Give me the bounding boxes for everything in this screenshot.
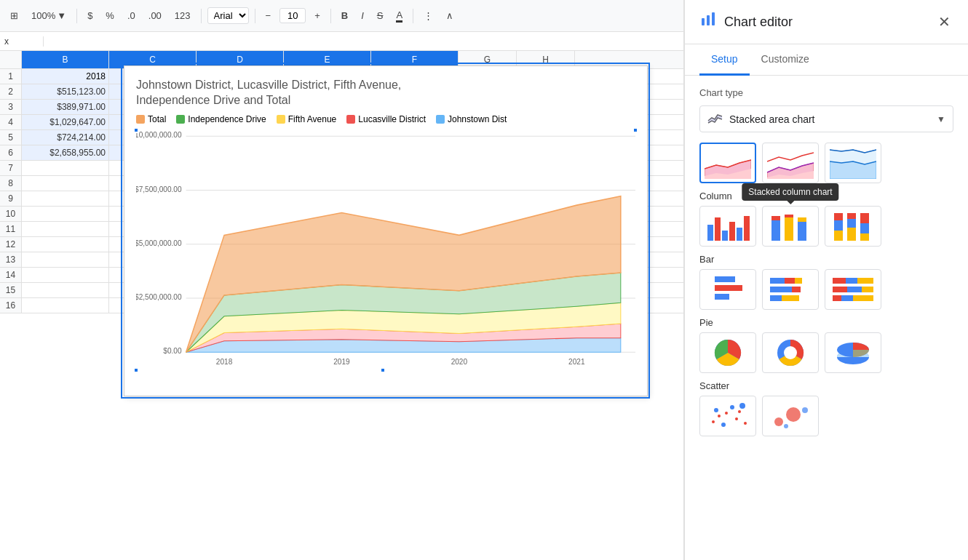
row-num-1: 1 bbox=[0, 69, 22, 84]
decimal-inc-btn[interactable]: .00 bbox=[144, 7, 166, 24]
svg-point-80 bbox=[774, 417, 783, 426]
col-header-B[interactable]: B bbox=[22, 51, 109, 68]
scatter-chart-options bbox=[699, 396, 953, 436]
selection-handle-tl[interactable] bbox=[133, 127, 139, 133]
selection-handle-bm[interactable] bbox=[380, 367, 386, 373]
row-num-12: 12 bbox=[0, 237, 22, 252]
chart-thumb-bubble[interactable] bbox=[762, 396, 819, 436]
sep1 bbox=[76, 9, 77, 23]
dropdown-arrow-icon: ▼ bbox=[937, 114, 945, 124]
chart-thumb-stacked-bar[interactable] bbox=[762, 269, 819, 310]
scatter-section-title: Scatter bbox=[699, 380, 953, 391]
format-cells-btn[interactable]: ⊞ bbox=[6, 7, 23, 24]
tab-customize[interactable]: Customize bbox=[750, 44, 821, 76]
chart-legend: Total Independence Drive Fifth Avenue Lu… bbox=[136, 114, 635, 124]
percent-btn[interactable]: % bbox=[101, 7, 119, 24]
cell-5-B[interactable]: $724,214.00 bbox=[22, 130, 109, 145]
svg-rect-26 bbox=[722, 231, 728, 241]
format-cells-icon: ⊞ bbox=[10, 10, 18, 21]
font-color-btn[interactable]: A bbox=[392, 7, 407, 25]
chart-thumb-scatter[interactable] bbox=[699, 396, 756, 436]
cell-3-B[interactable]: $389,971.00 bbox=[22, 100, 109, 114]
chart-thumb-column-3[interactable] bbox=[825, 206, 881, 247]
font-family-select[interactable]: Arial bbox=[207, 7, 249, 24]
chart-thumb-stacked-area-3[interactable] bbox=[825, 143, 881, 183]
format-123-btn[interactable]: 123 bbox=[170, 7, 195, 24]
chart-thumb-stacked-area-1[interactable] bbox=[699, 143, 756, 183]
legend-color-total bbox=[136, 115, 145, 124]
font-size-decrease-btn[interactable]: − bbox=[261, 7, 276, 24]
selection-handle-tr[interactable] bbox=[632, 127, 638, 133]
svg-text:2021: 2021 bbox=[568, 357, 585, 365]
chart-thumb-bar-3[interactable] bbox=[825, 269, 881, 310]
more-options-btn[interactable]: ⋮ bbox=[419, 7, 437, 24]
svg-rect-15 bbox=[707, 15, 710, 25]
svg-rect-47 bbox=[715, 294, 729, 300]
chart-thumb-column-1[interactable] bbox=[699, 206, 756, 247]
legend-item-lucasville: Lucasville District bbox=[346, 114, 426, 124]
row-num-6: 6 bbox=[0, 145, 22, 160]
svg-rect-49 bbox=[770, 278, 785, 284]
svg-text:2019: 2019 bbox=[333, 357, 350, 365]
chart-thumb-3d-pie[interactable] bbox=[825, 332, 881, 373]
svg-text:$10,000,000.00: $10,000,000.00 bbox=[136, 131, 182, 139]
svg-point-74 bbox=[730, 405, 734, 409]
svg-rect-58 bbox=[833, 278, 846, 284]
row-num-7: 7 bbox=[0, 161, 22, 175]
row-num-4: 4 bbox=[0, 115, 22, 129]
legend-label-johnstown: Johnstown Dist bbox=[448, 114, 507, 124]
currency-btn[interactable]: $ bbox=[83, 7, 97, 24]
cell-reference: x bbox=[0, 36, 44, 47]
decimal-dec-btn[interactable]: .0 bbox=[123, 7, 140, 24]
row-num-2: 2 bbox=[0, 84, 22, 99]
chart-thumb-stacked-column[interactable]: Stacked column chart bbox=[762, 206, 819, 247]
cell-2-B[interactable]: $515,123.00 bbox=[22, 84, 109, 99]
svg-rect-52 bbox=[770, 287, 792, 292]
bold-btn[interactable]: B bbox=[337, 7, 352, 24]
selection-handle-bl[interactable] bbox=[133, 367, 139, 373]
strikethrough-btn[interactable]: S bbox=[373, 7, 388, 24]
chart-thumb-bar-1[interactable] bbox=[699, 269, 756, 310]
close-button[interactable]: ✕ bbox=[935, 10, 953, 33]
sep5 bbox=[413, 9, 413, 23]
corner-cell bbox=[0, 51, 22, 68]
toolbar: ⊞ 100% ▼ $ % .0 .00 123 Arial − + bbox=[0, 0, 683, 32]
legend-color-fifth bbox=[277, 115, 285, 124]
svg-point-71 bbox=[718, 415, 721, 417]
svg-text:2020: 2020 bbox=[451, 357, 468, 365]
zoom-btn[interactable]: 100% ▼ bbox=[27, 7, 71, 24]
chart-canvas: $10,000,000.00 $7,500,000.00 $5,000,000.… bbox=[136, 130, 635, 370]
svg-rect-29 bbox=[744, 216, 750, 241]
more-icon: ⋮ bbox=[424, 10, 433, 21]
svg-rect-38 bbox=[834, 213, 843, 220]
font-size-increase-btn[interactable]: + bbox=[310, 7, 325, 24]
svg-rect-24 bbox=[707, 225, 713, 241]
svg-point-83 bbox=[784, 424, 788, 428]
svg-text:$5,000,000.00: $5,000,000.00 bbox=[136, 239, 182, 247]
bar-chart-options bbox=[699, 269, 953, 310]
legend-label-fifth: Fifth Avenue bbox=[288, 114, 337, 124]
font-size-input[interactable] bbox=[279, 8, 306, 23]
cell-4-B[interactable]: $1,029,647.00 bbox=[22, 115, 109, 129]
legend-color-lucasville bbox=[346, 115, 355, 124]
svg-rect-25 bbox=[715, 217, 721, 241]
chart-type-dropdown[interactable]: Stacked area chart ▼ bbox=[699, 105, 953, 132]
italic-btn[interactable]: I bbox=[357, 7, 368, 24]
tab-setup[interactable]: Setup bbox=[699, 44, 750, 76]
svg-rect-32 bbox=[785, 217, 793, 241]
collapse-btn[interactable]: ∧ bbox=[442, 7, 458, 24]
cell-6-B[interactable]: $2,658,955.00 bbox=[22, 145, 109, 160]
collapse-icon: ∧ bbox=[446, 10, 453, 21]
chart-editor-panel: Chart editor ✕ Setup Customize Chart typ… bbox=[684, 0, 968, 560]
svg-rect-55 bbox=[782, 295, 799, 301]
legend-label-lucasville: Lucasville District bbox=[358, 114, 426, 124]
cell-1-B[interactable]: 2018 bbox=[22, 69, 109, 84]
chart-thumb-stacked-area-2[interactable] bbox=[762, 143, 819, 183]
editor-title: Chart editor bbox=[724, 15, 793, 30]
chart-thumb-donut[interactable] bbox=[762, 332, 819, 373]
sep4 bbox=[330, 9, 331, 23]
chart-thumb-pie[interactable] bbox=[699, 332, 756, 373]
svg-point-77 bbox=[744, 422, 747, 425]
svg-rect-54 bbox=[770, 295, 782, 301]
svg-rect-35 bbox=[798, 217, 806, 222]
